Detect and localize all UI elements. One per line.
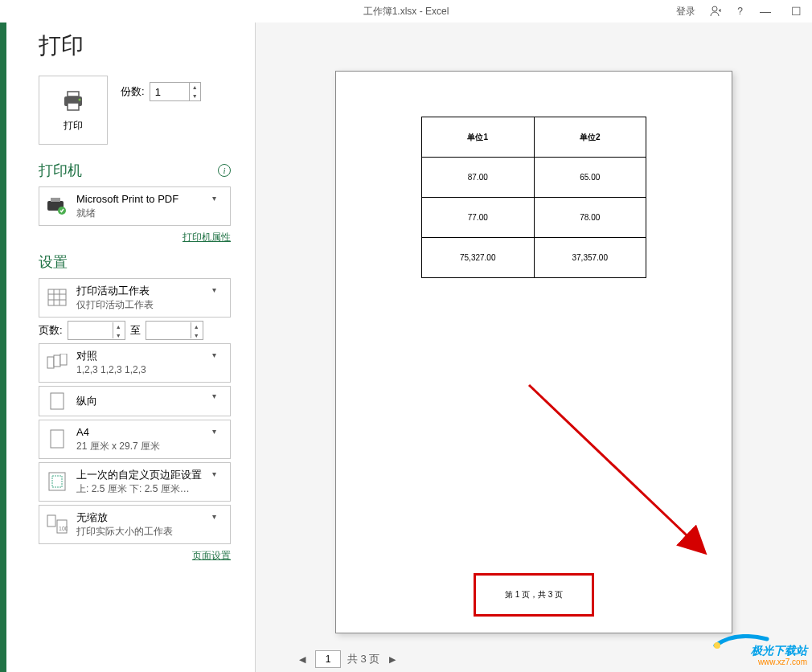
- printer-name: Microsoft Print to PDF: [76, 192, 204, 207]
- printer-dropdown[interactable]: Microsoft Print to PDF 就绪 ▾: [39, 186, 231, 226]
- orientation-dropdown[interactable]: 纵向 ▾: [39, 386, 231, 416]
- svg-rect-19: [52, 476, 62, 487]
- page-title: 打印: [39, 31, 231, 61]
- next-page-button[interactable]: ▶: [386, 654, 399, 665]
- scale-icon: 100: [46, 514, 68, 534]
- chevron-down-icon: ▾: [212, 391, 224, 400]
- chevron-down-icon: ▾: [212, 469, 224, 478]
- annotation-arrow: [521, 377, 730, 570]
- watermark-logo: 极光下载站 www.xz7.com: [711, 634, 807, 667]
- page-from-input[interactable]: ▲▼: [68, 321, 125, 340]
- pages-to-label: 至: [130, 323, 141, 338]
- svg-rect-1: [68, 92, 79, 96]
- printer-status: 就绪: [76, 207, 204, 220]
- user-icon[interactable]: [710, 5, 723, 18]
- login-link[interactable]: 登录: [676, 5, 695, 18]
- print-button[interactable]: 打印: [39, 76, 108, 145]
- table-header: 单位2: [534, 117, 646, 158]
- svg-rect-14: [54, 355, 60, 367]
- svg-rect-15: [60, 354, 67, 365]
- table-row: 77.00 78.00: [422, 198, 646, 238]
- chevron-down-icon: ▾: [212, 512, 224, 521]
- preview-page-footer: 第 1 页，共 3 页: [474, 573, 594, 617]
- print-what-dropdown[interactable]: 打印活动工作表 仅打印活动工作表 ▾: [39, 278, 231, 318]
- copies-spinner[interactable]: ▲▼: [189, 83, 200, 100]
- sheet-icon: [46, 289, 68, 306]
- window-titlebar: 工作簿1.xlsx - Excel 登录 ? — ☐: [0, 0, 812, 23]
- chevron-down-icon: ▾: [212, 427, 224, 436]
- table-row: 75,327.00 37,357.00: [422, 238, 646, 278]
- svg-rect-18: [49, 473, 65, 490]
- printer-properties-link[interactable]: 打印机属性: [182, 232, 231, 243]
- print-settings-panel: 打印 打印 份数: ▲▼ 打印机 i: [6, 23, 256, 672]
- collate-icon: [46, 354, 68, 371]
- total-pages-label: 共 3 页: [347, 652, 379, 666]
- table-row: 87.00 65.00: [422, 158, 646, 198]
- svg-point-24: [714, 642, 720, 649]
- margins-dropdown[interactable]: 上一次的自定义页边距设置 上: 2.5 厘米 下: 2.5 厘米… ▾: [39, 462, 231, 502]
- svg-point-0: [712, 6, 717, 11]
- page-setup-link[interactable]: 页面设置: [192, 550, 231, 561]
- printer-icon: [60, 88, 86, 114]
- svg-text:100: 100: [59, 526, 68, 531]
- svg-rect-3: [68, 103, 79, 110]
- svg-rect-6: [51, 198, 60, 202]
- preview-table: 单位1 单位2 87.00 65.00 77.00 78.00 75,327.0…: [421, 117, 646, 278]
- print-preview-panel: 单位1 单位2 87.00 65.00 77.00 78.00 75,327.0…: [256, 23, 812, 672]
- collate-dropdown[interactable]: 对照 1,2,3 1,2,3 1,2,3 ▾: [39, 343, 231, 383]
- margins-icon: [46, 472, 68, 491]
- prev-page-button[interactable]: ◀: [296, 654, 309, 665]
- printer-device-icon: [46, 196, 68, 215]
- table-header: 单位1: [422, 117, 535, 158]
- back-stripe[interactable]: [0, 23, 6, 672]
- svg-rect-8: [48, 289, 66, 305]
- current-page-input[interactable]: [315, 650, 341, 668]
- chevron-down-icon: ▾: [212, 194, 224, 203]
- preview-page: 单位1 单位2 87.00 65.00 77.00 78.00 75,327.0…: [335, 71, 732, 633]
- svg-line-23: [529, 385, 702, 550]
- chevron-down-icon: ▾: [212, 350, 224, 359]
- minimize-button[interactable]: —: [757, 5, 773, 18]
- paper-size-dropdown[interactable]: A4 21 厘米 x 29.7 厘米 ▾: [39, 420, 231, 459]
- copies-label: 份数:: [121, 84, 145, 99]
- svg-rect-17: [51, 430, 64, 448]
- help-button[interactable]: ?: [737, 6, 743, 17]
- pages-label: 页数:: [39, 323, 63, 338]
- svg-rect-16: [51, 393, 64, 409]
- settings-section-title: 设置: [39, 252, 68, 272]
- svg-rect-20: [47, 515, 55, 527]
- maximize-button[interactable]: ☐: [788, 5, 804, 18]
- info-icon[interactable]: i: [218, 164, 231, 177]
- printer-section-title: 打印机: [39, 161, 82, 180]
- print-button-label: 打印: [64, 119, 83, 133]
- chevron-down-icon: ▾: [212, 285, 224, 294]
- window-title: 工作簿1.xlsx - Excel: [363, 5, 449, 18]
- paper-icon: [46, 429, 68, 449]
- svg-rect-13: [47, 357, 54, 368]
- page-to-input[interactable]: ▲▼: [146, 321, 203, 340]
- scaling-dropdown[interactable]: 100 无缩放 打印实际大小的工作表 ▾: [39, 505, 231, 544]
- svg-point-4: [79, 98, 81, 100]
- portrait-icon: [46, 392, 68, 410]
